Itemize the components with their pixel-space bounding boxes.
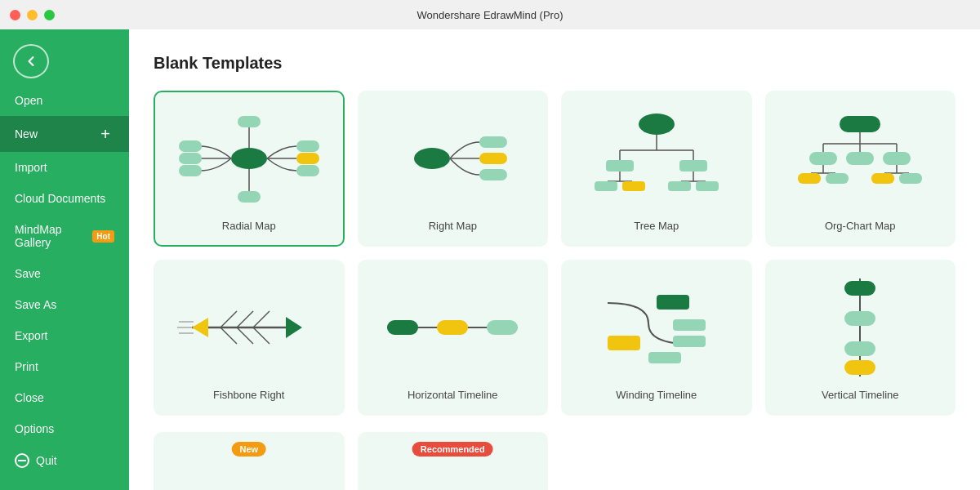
maximize-button[interactable] — [44, 10, 55, 20]
svg-rect-2 — [296, 153, 319, 164]
svg-rect-68 — [844, 311, 875, 326]
sidebar-item-print[interactable]: Print — [0, 351, 129, 382]
svg-point-13 — [639, 114, 675, 135]
svg-marker-53 — [192, 318, 208, 337]
svg-rect-21 — [622, 181, 645, 191]
sidebar-item-new[interactable]: New + — [0, 116, 129, 152]
svg-rect-17 — [606, 160, 634, 172]
template-preview-fishbone — [168, 274, 330, 381]
quit-label: Quit — [36, 454, 57, 467]
template-grid: Radial Map Ri — [154, 91, 956, 416]
svg-rect-11 — [479, 153, 507, 164]
svg-rect-64 — [673, 336, 706, 347]
quit-icon — [15, 453, 29, 468]
template-name-orgchart: Org-Chart Map — [825, 220, 896, 232]
template-preview-vertical — [780, 274, 942, 381]
svg-rect-5 — [179, 153, 202, 164]
svg-rect-7 — [238, 116, 261, 127]
svg-rect-27 — [696, 181, 719, 191]
template-card-winding[interactable]: Winding Timeline — [561, 260, 752, 416]
svg-rect-28 — [840, 116, 880, 132]
close-button[interactable] — [10, 10, 20, 20]
sidebar-item-saveas[interactable]: Save As — [0, 289, 129, 320]
app-title: Wondershare EdrawMind (Pro) — [417, 9, 564, 21]
window-controls — [10, 10, 55, 20]
template-card-new-partial[interactable]: New — [154, 432, 345, 490]
sidebar-item-save[interactable]: Save — [0, 258, 129, 289]
svg-rect-10 — [479, 136, 507, 148]
template-preview-orgchart — [780, 105, 942, 212]
quit-button[interactable]: Quit — [0, 444, 129, 477]
template-name-vertical: Vertical Timeline — [822, 389, 899, 401]
template-name-fishbone: Fishbone Right — [213, 389, 284, 401]
main-content: Blank Templates — [129, 29, 980, 490]
sidebar-bottom: Quit — [0, 444, 129, 490]
svg-line-52 — [253, 327, 270, 344]
hot-badge: Hot — [92, 230, 114, 243]
template-grid-bottom: New Recommended — [154, 432, 956, 490]
svg-line-49 — [253, 311, 270, 327]
svg-rect-1 — [296, 140, 319, 152]
svg-rect-36 — [883, 152, 911, 165]
svg-rect-43 — [871, 173, 894, 184]
sidebar-item-cloud[interactable]: Cloud Documents — [0, 183, 129, 214]
svg-rect-63 — [673, 319, 706, 331]
title-bar: Wondershare EdrawMind (Pro) — [0, 0, 980, 29]
svg-rect-34 — [846, 152, 874, 165]
template-card-recommended-partial[interactable]: Recommended — [358, 432, 549, 490]
svg-rect-4 — [179, 140, 202, 152]
template-preview-tree — [576, 105, 737, 212]
template-preview-right — [372, 105, 534, 212]
svg-rect-69 — [844, 341, 875, 356]
svg-rect-58 — [387, 320, 418, 335]
template-card-tree[interactable]: Tree Map — [561, 91, 752, 247]
template-preview-horizontal — [372, 274, 534, 381]
template-card-fishbone[interactable]: Fishbone Right — [154, 260, 345, 416]
sidebar-item-import[interactable]: Import — [0, 152, 129, 183]
minimize-button[interactable] — [27, 10, 38, 20]
svg-line-48 — [237, 311, 253, 327]
svg-rect-23 — [679, 160, 707, 172]
sidebar-item-gallery[interactable]: MindMap Gallery Hot — [0, 214, 129, 258]
svg-rect-44 — [899, 173, 922, 184]
template-card-vertical[interactable]: Vertical Timeline — [765, 260, 956, 416]
template-name-horizontal: Horizontal Timeline — [408, 389, 498, 401]
sidebar-item-export[interactable]: Export — [0, 320, 129, 351]
section-title: Blank Templates — [154, 54, 956, 73]
svg-line-51 — [237, 327, 253, 344]
svg-rect-26 — [668, 181, 691, 191]
back-button[interactable] — [13, 44, 49, 78]
svg-rect-67 — [844, 281, 875, 296]
sidebar-item-options[interactable]: Options — [0, 413, 129, 444]
svg-rect-60 — [487, 320, 518, 335]
svg-point-9 — [414, 148, 450, 169]
svg-line-50 — [220, 327, 237, 344]
template-card-radial[interactable]: Radial Map — [154, 91, 345, 247]
sidebar-item-open[interactable]: Open — [0, 85, 129, 116]
svg-rect-3 — [296, 165, 319, 176]
template-card-horizontal[interactable]: Horizontal Timeline — [358, 260, 549, 416]
template-card-right[interactable]: Right Map — [358, 91, 549, 247]
new-plus-icon[interactable]: + — [96, 125, 114, 143]
new-badge: New — [231, 442, 266, 457]
svg-marker-45 — [286, 317, 302, 338]
svg-rect-12 — [479, 169, 507, 180]
svg-rect-59 — [437, 320, 468, 335]
template-card-orgchart[interactable]: Org-Chart Map — [765, 91, 956, 247]
template-preview-winding — [576, 274, 737, 381]
app-container: Open New + Import Cloud Documents MindMa… — [0, 29, 980, 490]
template-name-radial: Radial Map — [222, 220, 276, 232]
sidebar: Open New + Import Cloud Documents MindMa… — [0, 29, 129, 490]
svg-rect-39 — [798, 173, 821, 184]
sidebar-item-close[interactable]: Close — [0, 382, 129, 413]
svg-rect-8 — [238, 191, 261, 203]
svg-rect-32 — [809, 152, 837, 165]
svg-rect-70 — [844, 360, 875, 375]
template-preview-radial — [168, 105, 330, 212]
svg-rect-6 — [179, 165, 202, 176]
svg-rect-61 — [657, 295, 689, 310]
svg-point-0 — [231, 148, 267, 169]
recommended-badge: Recommended — [412, 442, 493, 457]
template-name-right: Right Map — [429, 220, 477, 232]
svg-rect-40 — [826, 173, 849, 184]
